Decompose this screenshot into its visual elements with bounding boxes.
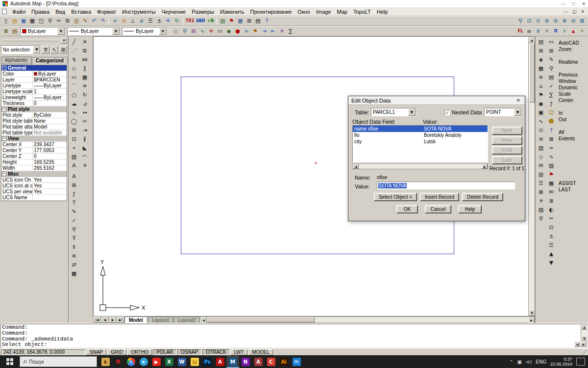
toolbar-button[interactable]: ▤ [254,17,263,26]
property-row[interactable]: − Height —— 169.5235 [1,159,67,165]
toolbar-button[interactable]: ◇ [172,27,180,36]
toolbar-button[interactable]: ⊞ [69,126,79,134]
toolbar-button[interactable]: ✳ [79,161,90,170]
toolbar-button[interactable]: ∙ [69,143,79,152]
toolbar-button[interactable]: ✓ [69,216,79,225]
toolbar-button[interactable]: ≡ [69,251,79,260]
toolbar-button[interactable]: ▩ [69,269,79,278]
tab-nav-button[interactable]: ▶ [109,316,117,323]
toolbar-button[interactable]: ▧ [536,143,546,152]
toolbar-button[interactable]: ◫ [37,17,46,26]
toolbar-button[interactable]: ∿ [546,152,556,161]
toolbar-button[interactable]: ∿ [69,108,79,117]
property-row[interactable]: − Plot table attach —— Model [1,124,67,130]
scroll-down-icon[interactable]: ▼ [529,310,535,316]
property-value[interactable]: —— Yes [33,189,67,194]
property-row[interactable]: − View —— [1,136,67,142]
toolbar-button[interactable]: ⊠ [546,134,556,143]
property-row[interactable]: − Center Z —— 0 [1,154,67,159]
screen-menu-item[interactable]: Realtime [557,59,588,66]
toolbar-button[interactable]: ▦ [28,17,37,26]
scroll-down-icon[interactable]: ▼ [581,336,588,341]
toolbar-button[interactable]: ⊙ [534,17,542,26]
toolbar-button[interactable]: ⊠ [536,187,546,196]
toolbar-button[interactable]: ≈ [546,143,556,152]
collapse-icon[interactable]: − [2,172,6,176]
taskbar-app-button[interactable]: ▤ [188,355,201,368]
property-row[interactable]: − UCS Name —— [1,195,67,201]
toolbar-button[interactable]: ⇄ [69,260,79,269]
screen-menu-item[interactable] [557,53,588,59]
toolbar-button[interactable]: ƒ [69,189,79,198]
property-value[interactable]: —— $PARCCEN [33,77,67,82]
toolbar-button[interactable]: +N [206,17,215,26]
scrollbar-thumb[interactable] [529,44,535,103]
selection-combo[interactable]: No selection ▼ [1,45,41,54]
toolbar-button[interactable]: ▥ [536,170,546,179]
toolbar-button[interactable]: ▤ [525,27,534,36]
taskbar-app-button[interactable]: A [214,355,226,368]
property-value[interactable]: —— None [33,118,67,124]
toolbar-button[interactable]: ⊙ [536,126,546,134]
menu-item[interactable]: Map [334,8,350,15]
menu-item[interactable]: Вставка [68,8,94,15]
menu-item[interactable]: TopoLT [350,8,374,15]
toolbar-button[interactable]: ƒ [546,99,556,108]
toolbar-button[interactable]: ∥ [79,64,90,73]
toolbar-button[interactable]: ⊡ [546,223,556,232]
toolbar-button[interactable]: ? [263,17,271,26]
screen-menu-item[interactable]: ASSIST [557,181,588,187]
toolbar-button[interactable]: ⚲ [536,214,546,223]
toolbar-button[interactable]: ∿ [198,27,207,36]
taskbar-app-button[interactable]: M [226,355,239,368]
drawing-file-icon[interactable] [2,9,7,14]
toolbar-button[interactable]: ▯ [1,17,10,26]
toolbar-button[interactable]: A [69,172,79,181]
properties-tab[interactable]: Alphabetic [1,56,32,64]
toolbar-button[interactable]: ▭ [69,73,79,81]
toolbar-button[interactable]: ⚲ [546,64,556,73]
toolbar-button[interactable]: ⊞ [546,46,556,55]
toolbar-button[interactable]: ✛ [207,27,216,36]
vertical-scrollbar[interactable]: ▲ ▼ [528,37,535,316]
toolbar-button[interactable]: ☺ [546,108,556,117]
property-row[interactable]: − Plot style table —— None [1,118,67,124]
nested-data-checkbox[interactable]: ✓ [444,110,450,115]
quick-select-button[interactable]: ∇ [42,46,49,53]
coordinate-display[interactable]: 242.4139, 184.3678, 0.0000 [1,349,85,355]
menu-item[interactable]: Изменить [217,8,247,15]
toolbar-button[interactable]: TX1 [185,17,195,26]
toolbar-button[interactable]: ◆ [224,27,233,36]
toolbar-button[interactable]: ⇥ [260,27,269,36]
toolbar-button[interactable]: ≣ [546,196,556,205]
toolbar-button[interactable]: ☁ [69,99,79,108]
toolbar-button[interactable]: ✎ [546,55,556,64]
toolbar-button[interactable]: ? [546,126,556,134]
palette-close-icon[interactable]: ✕ [61,38,67,44]
screen-menu-item[interactable] [557,149,588,155]
property-value[interactable]: —— ByLayer [33,71,67,77]
scroll-right-icon[interactable]: ▶ [482,164,488,169]
linetype-control[interactable]: ByLayer ▼ [67,27,120,35]
menu-item[interactable]: Help [374,8,391,15]
toolbar-button[interactable]: ☰ [546,240,556,249]
screen-menu-item[interactable]: Out [557,117,588,123]
toolbar-button[interactable]: ◯ [69,117,79,126]
toolbar-button[interactable]: ⊞ [69,181,79,189]
toolbar-button[interactable]: ▦ [536,64,546,73]
palette-grip[interactable] [2,40,60,41]
toolbar-button[interactable]: ☻ [546,117,556,126]
screen-menu-item[interactable] [557,161,588,168]
language-indicator[interactable]: ENG [536,359,546,365]
command-scrollbar[interactable]: ▲ ▼ [581,324,587,341]
toolbar-button[interactable]: ◣ [79,143,90,152]
select-objects-button[interactable]: ↖ [50,46,58,53]
toolbar-button[interactable]: ○ [69,90,79,99]
collapse-icon[interactable]: − [2,66,6,70]
toolbar-button[interactable]: ⚑ [227,17,236,26]
lineweight-control[interactable]: ByLayer ▼ [122,27,167,35]
menu-item[interactable]: Окно [294,8,313,15]
screen-menu-item[interactable]: All [557,130,588,136]
screen-menu-item[interactable]: Zoom: [557,47,588,53]
screen-menu-item[interactable] [557,155,588,161]
